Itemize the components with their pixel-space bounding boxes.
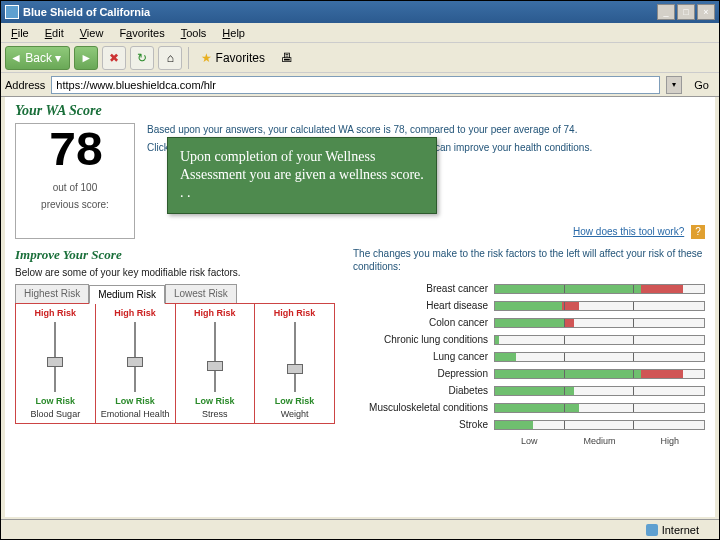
condition-bar — [494, 386, 705, 396]
menubar: File Edit View Favorites Tools Help — [1, 23, 719, 43]
back-arrow-icon: ◄ — [10, 51, 22, 65]
condition-bar — [494, 318, 705, 328]
condition-name: Musculoskeletal conditions — [353, 402, 488, 413]
risk-col-emotional: High Risk Low Risk Emotional Health — [96, 304, 176, 423]
favorites-button[interactable]: ★ Favorites — [195, 46, 271, 70]
risk-label: Stress — [202, 409, 228, 419]
slider-blood-sugar[interactable] — [45, 322, 65, 392]
risk-col-weight: High Risk Low Risk Weight — [255, 304, 334, 423]
condition-row: Chronic lung conditions — [353, 334, 705, 345]
home-icon: ⌂ — [167, 51, 174, 65]
go-button[interactable]: Go — [688, 77, 715, 93]
score-card: 78 out of 100 previous score: — [15, 123, 135, 239]
print-icon: 🖶 — [281, 51, 293, 65]
condition-name: Colon cancer — [353, 317, 488, 328]
conditions-list: Breast cancerHeart diseaseColon cancerCh… — [353, 283, 705, 430]
stop-icon: ✖ — [109, 51, 119, 65]
axis-low: Low — [494, 436, 564, 446]
risk-label: Blood Sugar — [31, 409, 81, 419]
condition-name: Chronic lung conditions — [353, 334, 488, 345]
improve-panel: Improve Your Score Below are some of you… — [15, 247, 335, 446]
menu-edit[interactable]: Edit — [39, 25, 70, 41]
risk-high-label: High Risk — [274, 308, 316, 318]
risk-col-stress: High Risk Low Risk Stress — [176, 304, 256, 423]
risk-label: Emotional Health — [101, 409, 170, 419]
condition-row: Diabetes — [353, 385, 705, 396]
toolbar-divider — [188, 47, 189, 69]
score-description: Based upon your answers, your calculated… — [147, 123, 705, 239]
score-prev: previous score: — [16, 197, 134, 210]
condition-name: Heart disease — [353, 300, 488, 311]
menu-view[interactable]: View — [74, 25, 110, 41]
condition-bar — [494, 301, 705, 311]
score-value: 78 — [16, 128, 134, 176]
slider-emotional[interactable] — [125, 322, 145, 392]
conditions-panel: The changes you make to the risk factors… — [353, 247, 705, 446]
condition-row: Depression — [353, 368, 705, 379]
star-icon: ★ — [201, 51, 212, 65]
improve-title: Improve Your Score — [15, 247, 335, 263]
how-tool-row: How does this tool work? ? — [147, 225, 705, 239]
back-button[interactable]: ◄ Back ▾ — [5, 46, 70, 70]
risk-high-label: High Risk — [114, 308, 156, 318]
address-input[interactable] — [51, 76, 660, 94]
slider-weight[interactable] — [285, 322, 305, 392]
maximize-button[interactable]: □ — [677, 4, 695, 20]
address-bar: Address ▾ Go — [1, 73, 719, 97]
page-content: Your WA Score 78 out of 100 previous sco… — [5, 97, 715, 517]
score-desc-line1: Based upon your answers, your calculated… — [147, 123, 705, 137]
condition-row: Colon cancer — [353, 317, 705, 328]
forward-button[interactable]: ► — [74, 46, 98, 70]
risk-label: Weight — [281, 409, 309, 419]
address-dropdown[interactable]: ▾ — [666, 76, 682, 94]
condition-bar — [494, 284, 705, 294]
score-out-of: out of 100 — [16, 180, 134, 193]
minimize-button[interactable]: _ — [657, 4, 675, 20]
menu-file[interactable]: File — [5, 25, 35, 41]
tab-medium-risk[interactable]: Medium Risk — [89, 285, 165, 304]
slider-stress[interactable] — [205, 322, 225, 392]
menu-tools[interactable]: Tools — [175, 25, 213, 41]
home-button[interactable]: ⌂ — [158, 46, 182, 70]
help-icon[interactable]: ? — [691, 225, 705, 239]
stop-button[interactable]: ✖ — [102, 46, 126, 70]
axis-high: High — [635, 436, 705, 446]
risk-high-label: High Risk — [194, 308, 236, 318]
menu-help[interactable]: Help — [216, 25, 251, 41]
condition-bar — [494, 369, 705, 379]
refresh-icon: ↻ — [137, 51, 147, 65]
favorites-label: Favorites — [216, 51, 265, 65]
condition-name: Breast cancer — [353, 283, 488, 294]
condition-row: Heart disease — [353, 300, 705, 311]
address-label: Address — [5, 79, 45, 91]
risk-low-label: Low Risk — [36, 396, 76, 406]
condition-row: Breast cancer — [353, 283, 705, 294]
internet-zone-icon — [646, 524, 658, 536]
window-title: Blue Shield of California — [23, 6, 657, 18]
improve-sub: Below are some of your key modifiable ri… — [15, 267, 335, 278]
close-button[interactable]: × — [697, 4, 715, 20]
risk-low-label: Low Risk — [275, 396, 315, 406]
browser-window: Blue Shield of California _ □ × File Edi… — [0, 0, 720, 540]
risk-low-label: Low Risk — [195, 396, 235, 406]
titlebar: Blue Shield of California _ □ × — [1, 1, 719, 23]
tab-lowest-risk[interactable]: Lowest Risk — [165, 284, 237, 303]
risk-axis-labels: Low Medium High — [494, 436, 705, 446]
back-label: Back — [25, 51, 52, 65]
tab-highest-risk[interactable]: Highest Risk — [15, 284, 89, 303]
status-zone: Internet — [662, 524, 699, 536]
score-title: Your WA Score — [15, 103, 705, 119]
condition-bar — [494, 403, 705, 413]
refresh-button[interactable]: ↻ — [130, 46, 154, 70]
condition-name: Diabetes — [353, 385, 488, 396]
statusbar: Internet — [1, 519, 719, 539]
risk-grid: High Risk Low Risk Blood Sugar High Risk… — [15, 303, 335, 424]
app-icon — [5, 5, 19, 19]
print-button[interactable]: 🖶 — [275, 46, 299, 70]
risk-tabs: Highest Risk Medium Risk Lowest Risk — [15, 284, 335, 303]
menu-favorites[interactable]: Favorites — [113, 25, 170, 41]
condition-bar — [494, 352, 705, 362]
how-tool-link[interactable]: How does this tool work? — [573, 226, 684, 237]
condition-bar — [494, 335, 705, 345]
condition-name: Stroke — [353, 419, 488, 430]
